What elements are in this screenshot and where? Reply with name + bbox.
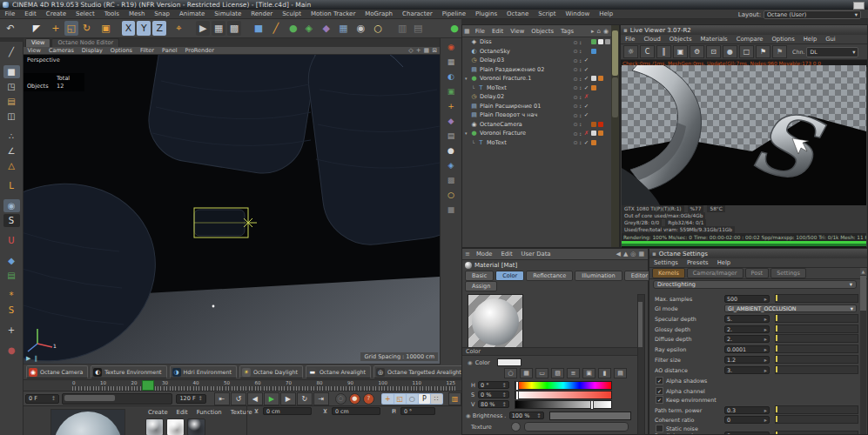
- tab-illumination[interactable]: Illumination: [575, 271, 622, 281]
- tag-icon[interactable]: [591, 122, 596, 127]
- hue-slider[interactable]: [515, 381, 612, 390]
- octane-menu-item[interactable]: Presets: [683, 259, 713, 266]
- scroll-up-arrow[interactable]: ▲: [860, 268, 866, 275]
- star-icon[interactable]: *: [3, 289, 20, 302]
- menu-item[interactable]: Animate: [174, 10, 209, 17]
- gi-mode-select[interactable]: GI_AMBIENT_OCCLUSION▾: [724, 304, 857, 312]
- color-mixer-icon[interactable]: ▤: [614, 368, 627, 378]
- viewport-solo-icon[interactable]: ◉: [3, 199, 20, 212]
- shelf-diamond-icon[interactable]: ◈: [444, 159, 459, 171]
- spinner-icon[interactable]: ▸: [764, 336, 767, 342]
- visibility-dots-icon[interactable]: :: [580, 103, 582, 109]
- ao-distance-slider[interactable]: [775, 365, 858, 374]
- enable-state-icon[interactable]: ✓: [583, 66, 589, 73]
- goto-start-button[interactable]: ⇤: [214, 392, 230, 405]
- tag-icon[interactable]: [591, 130, 596, 136]
- shelf-dot-icon[interactable]: ●: [444, 144, 459, 157]
- glossy-depth-field[interactable]: 2.▸: [724, 325, 770, 333]
- om-menu-item[interactable]: View: [507, 28, 528, 35]
- layer-icon[interactable]: ⊙: [574, 103, 578, 109]
- tag-icon[interactable]: [591, 49, 596, 54]
- object-row-voronoi-fracture-1[interactable]: ▾ ● Voronoi Fracture.1 ⊙ : ✓: [462, 74, 612, 84]
- tag-icon[interactable]: [605, 67, 610, 72]
- array-button[interactable]: ◈: [302, 21, 316, 36]
- tab-kernels[interactable]: Kernels: [652, 268, 685, 278]
- material-preview-large[interactable]: [50, 409, 125, 435]
- key-pla-toggle[interactable]: ∷: [431, 394, 442, 404]
- enable-state-icon[interactable]: ✗: [583, 93, 589, 100]
- play-button[interactable]: ▶: [264, 392, 279, 405]
- texture-browse-button[interactable]: [511, 422, 521, 432]
- tag-icon[interactable]: [598, 49, 603, 54]
- shelf-pattern-icon[interactable]: ▩: [444, 174, 459, 186]
- tag-icon[interactable]: [598, 39, 603, 44]
- specular-depth-slider[interactable]: [775, 314, 858, 323]
- value-field[interactable]: 80 %↕: [478, 400, 509, 408]
- tab-post[interactable]: Post: [745, 268, 770, 278]
- material-thumb-white[interactable]: [166, 418, 185, 435]
- alpha-shadows-checkbox[interactable]: ✓: [656, 377, 663, 385]
- visibility-dots-icon[interactable]: :: [580, 121, 582, 127]
- menu-item[interactable]: MoGraph: [360, 10, 398, 17]
- object-row-delay-02[interactable]: ◷ Delay.02 ⊙ : ✗: [462, 92, 612, 102]
- spinner-icon[interactable]: ↕: [536, 412, 541, 419]
- timeline-ruler[interactable]: 0102030405060708090100110125: [24, 380, 461, 392]
- tag-icon[interactable]: [591, 94, 596, 99]
- texture-field[interactable]: [524, 422, 629, 432]
- hdri-environment-button[interactable]: ◑ Hdri Environment: [170, 365, 237, 378]
- enable-state-icon[interactable]: ✓: [583, 103, 589, 110]
- coherent-ratio-slider[interactable]: [775, 415, 858, 424]
- lock-z-button[interactable]: Z: [152, 21, 166, 36]
- scroll-handle[interactable]: [860, 276, 866, 311]
- viewport-move-icon[interactable]: +: [416, 47, 421, 54]
- render-view-button[interactable]: ▶: [196, 21, 210, 36]
- menu-item[interactable]: File: [0, 10, 20, 17]
- light-button[interactable]: ○: [371, 21, 385, 36]
- scale-tool[interactable]: ◱: [64, 21, 78, 36]
- object-row-octanecamera[interactable]: ◉ OctaneCamera ⊙ :: [462, 120, 612, 130]
- green-state-icon[interactable]: ●: [447, 21, 461, 36]
- render-picture-viewer-button[interactable]: ▦: [212, 21, 225, 36]
- layers-icon[interactable]: ▤: [3, 269, 20, 282]
- menu-item[interactable]: Simulate: [210, 10, 246, 17]
- brightness-slider[interactable]: [549, 412, 631, 420]
- psr-icon[interactable]: +: [3, 324, 20, 337]
- lv-menu-item[interactable]: Help: [799, 36, 822, 43]
- tab-camera-imager[interactable]: Camera/Imager: [687, 268, 744, 278]
- color-spectrum-icon[interactable]: ▦: [520, 368, 533, 378]
- color-rgb-icon[interactable]: ▣: [582, 368, 595, 378]
- key-scale-toggle[interactable]: ◱: [394, 394, 406, 404]
- om-menu-item[interactable]: Tags: [557, 28, 577, 35]
- octane-menu-item[interactable]: Help: [713, 259, 736, 266]
- coord-scale-field[interactable]: 0 cm: [332, 407, 380, 415]
- record-disabled-button[interactable]: ◌: [335, 393, 347, 405]
- max-samples-slider[interactable]: [775, 294, 858, 303]
- lv-pick-material-button[interactable]: ⚑: [772, 45, 787, 58]
- tag-icon[interactable]: [605, 140, 610, 145]
- tab-reflectance[interactable]: Reflectance: [526, 271, 573, 281]
- tag-icon[interactable]: [598, 112, 603, 117]
- spinner-icon[interactable]: ▸: [764, 296, 767, 302]
- color-section-header[interactable]: Color: [462, 347, 638, 356]
- window-control-button[interactable]: [853, 2, 865, 10]
- tag-icon[interactable]: [598, 94, 603, 99]
- title-bar[interactable]: CINEMA 4D R19.053 Studio (RC - R19) (NFR…: [0, 0, 868, 10]
- shelf-grid-icon[interactable]: ▣: [444, 85, 459, 97]
- menu-item[interactable]: Pipeline: [437, 10, 470, 17]
- object-row-octanesky[interactable]: ◐ OctaneSky ⊙ :: [462, 47, 612, 57]
- menu-item[interactable]: Octane: [502, 10, 534, 17]
- octane-settings-title-bar[interactable]: ▪ Octane Settings: [649, 249, 867, 258]
- tab-color[interactable]: Color: [495, 271, 524, 281]
- om-forward-icon[interactable]: ▸: [591, 28, 595, 35]
- edges-mode-icon[interactable]: ∠: [3, 144, 20, 157]
- shelf-plane-icon[interactable]: ▤: [444, 130, 459, 142]
- layer-icon[interactable]: ⊙: [574, 112, 578, 118]
- ae-back-icon[interactable]: ◀: [616, 251, 620, 258]
- timeline-scrollbar[interactable]: [62, 393, 172, 405]
- workplane-mode-icon[interactable]: ◫: [3, 110, 20, 123]
- pen-mode-icon[interactable]: ╱: [3, 45, 20, 58]
- spinner-icon[interactable]: ▸: [764, 316, 767, 322]
- goto-end-button[interactable]: ⇥: [313, 392, 329, 405]
- channel-select[interactable]: DL ▾: [806, 47, 858, 57]
- max-samples-field[interactable]: 500▸: [724, 295, 770, 303]
